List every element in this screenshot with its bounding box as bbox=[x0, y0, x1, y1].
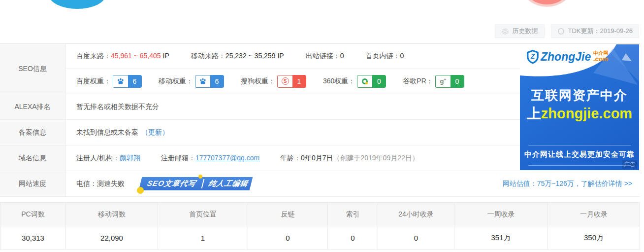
logo-wordmark: ZhongJie bbox=[541, 51, 591, 63]
google-pr-label: 谷歌PR： bbox=[403, 77, 433, 86]
age-group: 年龄：0年0月7日（创建于2019年09月22日） bbox=[280, 154, 419, 163]
layers-icon bbox=[501, 27, 509, 35]
age-value: 0年0月7日 bbox=[301, 154, 333, 162]
created-date-note: （创建于2019年09月22日） bbox=[333, 154, 419, 162]
row-label-domain: 域名信息 bbox=[0, 145, 65, 171]
ad-tag: 广告 bbox=[622, 160, 637, 169]
banner-divider bbox=[528, 145, 631, 145]
mobile-weight: 移动权重： 6 bbox=[159, 75, 224, 88]
sogou-s-icon: S bbox=[278, 75, 292, 87]
table-cell: 0 bbox=[248, 226, 327, 249]
baidu-weight-badge[interactable]: 6 bbox=[113, 75, 142, 88]
tdk-update-button[interactable]: TDK更新：2019-09-26 bbox=[551, 24, 640, 38]
registrant-link[interactable]: 颜郭翔 bbox=[120, 154, 140, 162]
mobile-traffic-label: 移动来路： bbox=[191, 52, 225, 60]
email-label: 注册邮箱： bbox=[161, 154, 195, 162]
table-header-cell: 反链 bbox=[248, 203, 327, 226]
icp-status-text: 未找到信息或未备案 bbox=[76, 128, 138, 137]
banner-tagline: 中介网让线上交易更加安全可靠 bbox=[520, 150, 639, 159]
360-weight-value: 0 bbox=[372, 75, 386, 87]
promo-left-text: SEO文章代写 bbox=[142, 179, 199, 188]
table-cell: 22,090 bbox=[65, 226, 158, 249]
partial-pink-logo-circle bbox=[523, 0, 571, 7]
google-pr-value: 0 bbox=[451, 75, 464, 87]
table-cell: 1 bbox=[158, 226, 248, 249]
baidu-paw-icon bbox=[195, 75, 210, 87]
table-header-cell: 24小时收录 bbox=[378, 203, 454, 226]
valuation-value: 75万~126万 bbox=[537, 180, 574, 187]
homepage-inlinks-label: 首页内链： bbox=[365, 52, 400, 60]
sogou-weight-badge[interactable]: S 1 bbox=[277, 75, 306, 88]
yellow-dot-icon bbox=[137, 187, 144, 194]
yellow-dot-icon bbox=[198, 175, 202, 179]
age-label: 年龄： bbox=[280, 154, 301, 162]
table-cell: 350万 bbox=[547, 226, 640, 249]
baidu-traffic: 百度来路：45,961 ~ 65,405IP bbox=[76, 52, 169, 61]
toolbar: 历史数据 TDK更新：2019-09-26 bbox=[495, 24, 640, 38]
baidu-traffic-label: 百度来路： bbox=[76, 52, 111, 60]
alexa-status-text: 暂无排名或相关数据不充分 bbox=[76, 103, 159, 111]
row-label-speed: 网站速度 bbox=[0, 171, 65, 196]
partial-blue-logo-circle bbox=[49, 0, 106, 9]
promo-ribbon: SEO文章代写 纯人工编辑 bbox=[139, 177, 253, 190]
banner-domain-text: zhongjie.com bbox=[541, 106, 632, 121]
table-header-cell: 首页位置 bbox=[158, 203, 248, 226]
table-header-cell: 一月收录 bbox=[547, 203, 640, 226]
shield-icon: Z bbox=[526, 49, 539, 64]
seo-overview-page: 历史数据 TDK更新：2019-09-26 SEO信息 百度来路：45,961 … bbox=[0, 0, 644, 252]
baidu-weight: 百度权重： 6 bbox=[76, 75, 142, 88]
google-pr: 谷歌PR： g+ 0 bbox=[403, 75, 464, 88]
seo-writing-promo[interactable]: SEO文章代写 纯人工编辑 bbox=[140, 177, 251, 190]
baidu-traffic-value: 45,961 ~ 65,405 bbox=[111, 52, 161, 60]
360-weight-badge[interactable]: 0 bbox=[357, 75, 386, 88]
history-data-button[interactable]: 历史数据 bbox=[495, 24, 545, 38]
baidu-paw-icon bbox=[113, 75, 128, 87]
google-gplus-icon: g+ bbox=[436, 75, 451, 87]
table-data-row: 30,313 22,090 1 0 0 0 351万 350万 bbox=[0, 226, 640, 249]
sogou-weight-value: 1 bbox=[292, 75, 306, 87]
table-cell: 351万 bbox=[454, 226, 547, 249]
mobile-traffic: 移动来路：25,232 ~ 35,259IP bbox=[191, 52, 284, 61]
sogou-weight: 搜狗权重： S 1 bbox=[241, 75, 306, 88]
valuation-label: 网站估值： bbox=[503, 180, 537, 187]
row-label-seo-info: SEO信息 bbox=[0, 44, 65, 94]
360-weight: 360权重： 0 bbox=[323, 75, 386, 88]
registrant-label: 注册人/机构： bbox=[76, 154, 120, 162]
table-header-cell: 一周收录 bbox=[454, 203, 547, 226]
banner-subline: 上zhongjie.com bbox=[520, 104, 639, 124]
promo-right-text: 纯人工编辑 bbox=[201, 179, 249, 188]
mobile-traffic-value: 25,232 ~ 35,259 bbox=[225, 52, 276, 60]
icp-update-link[interactable]: （更新） bbox=[141, 128, 169, 137]
row-label-icp: 备案信息 bbox=[0, 120, 65, 145]
sogou-weight-label: 搜狗权重： bbox=[241, 77, 275, 86]
mobile-traffic-unit: IP bbox=[277, 52, 284, 60]
table-header-cell: 移动词数 bbox=[65, 203, 158, 226]
homepage-inlinks-value: 0 bbox=[400, 52, 404, 60]
site-valuation-link[interactable]: 网站估值：75万~126万，了解估价详情 >> bbox=[503, 180, 632, 188]
svg-text:Z: Z bbox=[530, 52, 535, 60]
banner-divider bbox=[528, 165, 631, 166]
google-pr-badge[interactable]: g+ 0 bbox=[435, 75, 464, 88]
outbound-links-value: 0 bbox=[340, 52, 344, 60]
valuation-detail-link: ，了解估价详情 >> bbox=[574, 180, 632, 187]
email-link[interactable]: 177707377@qq.com bbox=[195, 154, 259, 162]
mobile-weight-value: 6 bbox=[210, 75, 224, 87]
table-cell: 30,313 bbox=[0, 226, 65, 249]
360-weight-label: 360权重： bbox=[323, 77, 355, 86]
telecom-speed-text: 电信：测速失败 bbox=[76, 180, 125, 188]
speed-row: 网站速度 电信：测速失败 SEO文章代写 纯人工编辑 网站估值：75万~126万… bbox=[0, 171, 640, 197]
baidu-weight-value: 6 bbox=[128, 75, 141, 87]
zhongjie-ad-banner[interactable]: Z ZhongJie 中介网 .com 互联网资产中介 上zhongjie.co… bbox=[520, 44, 639, 170]
table-cell: 0 bbox=[327, 226, 378, 249]
logo-tld-text: .com bbox=[593, 56, 608, 63]
row-label-alexa: ALEXA排名 bbox=[0, 94, 65, 119]
table-cell: 0 bbox=[378, 226, 454, 249]
outbound-links-label: 出站链接： bbox=[306, 52, 340, 60]
banner-subline-prefix: 上 bbox=[527, 106, 541, 121]
history-data-label: 历史数据 bbox=[513, 27, 538, 36]
keyword-stats-table: PC词数 移动词数 首页位置 反链 索引 24小时收录 一周收录 一月收录 30… bbox=[0, 202, 640, 250]
mobile-weight-badge[interactable]: 6 bbox=[195, 75, 224, 88]
outbound-links: 出站链接：0 bbox=[306, 52, 344, 61]
email-group: 注册邮箱：177707377@qq.com bbox=[161, 154, 259, 163]
baidu-weight-label: 百度权重： bbox=[76, 77, 111, 86]
